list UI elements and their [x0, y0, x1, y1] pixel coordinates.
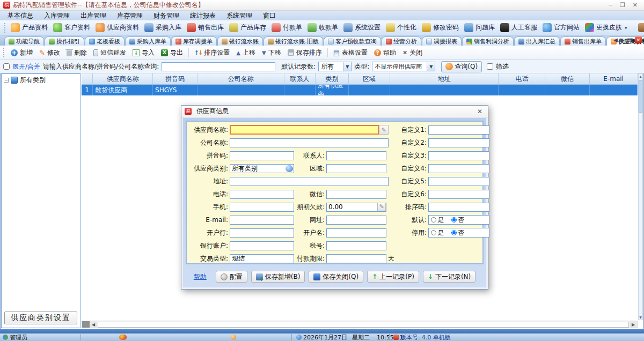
edit-button[interactable]: 修改 [36, 47, 63, 58]
custom6-input[interactable] [428, 190, 489, 199]
custom5-input[interactable] [428, 177, 489, 186]
horizontal-scrollbar[interactable]: ◀ ▶ [82, 321, 638, 328]
change-skin-dropdown-icon[interactable]: ▾ [625, 25, 627, 31]
export-button[interactable]: 导出 [158, 47, 186, 58]
vertical-scrollbar[interactable]: ▲ ▼ [638, 73, 643, 320]
trade-type-input[interactable] [230, 254, 294, 263]
menu-basic-info[interactable]: 基本信息 [2, 11, 39, 20]
toolbar-change-password[interactable]: 修改密码 [419, 21, 462, 34]
tab-purchase-order[interactable]: 采购入库单 [125, 36, 171, 46]
tab-sales-out-order[interactable]: 销售出库单 [560, 36, 606, 46]
tab-close-icon[interactable]: ✕ [635, 36, 642, 43]
bank-input[interactable] [230, 228, 294, 238]
wechat-input[interactable] [326, 190, 386, 199]
move-up-button[interactable]: 上移 [233, 47, 259, 58]
payment-term-input[interactable] [326, 254, 386, 263]
dialog-close-icon[interactable]: ✕ [475, 108, 485, 115]
add-button[interactable]: 新增 [8, 47, 36, 58]
scroll-right-icon[interactable]: ▶ [630, 321, 637, 328]
menu-finance[interactable]: 财务管理 [148, 11, 185, 20]
expand-collapse-checkbox[interactable] [3, 63, 10, 70]
records-select[interactable]: 所有▼ [318, 62, 352, 71]
toolbar-payment-slip[interactable]: 付款单 [269, 21, 305, 34]
col-company[interactable]: 公司名称 [197, 73, 284, 84]
horizontal-scroll-thumb[interactable] [98, 322, 629, 328]
toolbar-product-stock[interactable]: 产品库存 [226, 21, 269, 34]
pinyin-input[interactable] [230, 151, 294, 160]
toolbar-supplier-data[interactable]: 供应商资料 [93, 21, 142, 34]
col-wechat[interactable]: 微信 [545, 73, 590, 84]
toolbar-personalization[interactable]: 个性化 [383, 21, 419, 34]
opening-debt-pencil-icon[interactable] [377, 203, 386, 211]
col-region[interactable]: 区域 [349, 73, 390, 84]
screen-checkbox[interactable] [487, 63, 493, 70]
tab-operation-guide[interactable]: 操作指引 [45, 36, 84, 46]
tab-sales-profit-analysis[interactable]: 销售利润分析 [462, 36, 514, 46]
company-input[interactable] [230, 138, 389, 147]
menu-window[interactable]: 窗口 [258, 11, 281, 20]
close-button[interactable]: ✕ [633, 2, 638, 9]
sms-broadcast-button[interactable]: 短信群发 [90, 47, 129, 58]
close-view-button[interactable]: 关闭 [399, 47, 426, 58]
menu-inbound[interactable]: 入库管理 [39, 11, 75, 20]
minimize-button[interactable]: ─ [609, 2, 612, 9]
contact-input[interactable] [326, 151, 386, 160]
bank-account-input[interactable] [230, 241, 294, 250]
category-browse-icon[interactable] [286, 165, 293, 172]
toolbar-customer-service[interactable]: 人工客服 [497, 21, 540, 34]
col-email[interactable]: E-mail [590, 73, 638, 84]
dialog-help-link[interactable]: 帮助 [194, 272, 207, 281]
tab-boss-dashboard[interactable]: 老板看板 [85, 36, 125, 46]
tree-collapse-icon[interactable]: − [4, 78, 9, 83]
col-phone[interactable]: 电话 [499, 73, 545, 84]
import-button[interactable]: 导入 [129, 47, 158, 58]
vertical-scroll-thumb[interactable] [639, 80, 642, 113]
disabled-yes-radio[interactable]: 是 [431, 228, 444, 238]
tab-bank-flow-old[interactable]: 银行流水账-旧版 [264, 36, 323, 46]
default-yes-radio[interactable]: 是 [431, 216, 444, 225]
custom2-input[interactable] [428, 138, 489, 147]
prev-record-button[interactable]: 上一记录(P) [367, 271, 419, 283]
sort-settings-button[interactable]: 排序设置 [191, 47, 233, 58]
maximize-button[interactable]: ❐ [620, 2, 625, 9]
type-select[interactable]: 不显示停用供应商▼ [372, 62, 435, 71]
col-supplier-name[interactable]: 供应商名称 [93, 73, 153, 84]
sort-code-input[interactable] [428, 203, 489, 212]
scroll-left-icon[interactable]: ◀ [90, 321, 97, 328]
toolbar-system-settings[interactable]: 系统设置 [341, 21, 383, 34]
toolbar-exit-system[interactable]: 退出系统 [635, 21, 644, 34]
region-input[interactable] [326, 164, 386, 173]
scroll-up-icon[interactable]: ▲ [639, 75, 642, 78]
email-input[interactable] [230, 216, 294, 225]
tax-no-input[interactable] [326, 241, 386, 250]
tab-business-analysis[interactable]: 经营分析 [382, 36, 421, 46]
supplier-category-settings-button[interactable]: 供应商类别设置 [4, 312, 77, 324]
address-input[interactable] [230, 177, 389, 186]
tab-bank-flow[interactable]: 银行流水账 [217, 36, 263, 46]
tab-scroll-right-icon[interactable]: ▶ [620, 37, 625, 43]
next-record-button[interactable]: 下一记录(N) [423, 271, 475, 283]
tab-stock-transfer[interactable]: 库存调拨单 [171, 36, 217, 46]
query-button[interactable]: 查询(Q) [441, 61, 482, 72]
scroll-down-icon[interactable]: ▼ [639, 315, 642, 319]
move-down-button[interactable]: 下移 [259, 47, 284, 58]
custom1-input[interactable] [428, 125, 489, 135]
menu-statistics[interactable]: 统计报表 [185, 11, 221, 20]
toolbar-receipt-slip[interactable]: 收款单 [305, 21, 341, 34]
custom4-input[interactable] [428, 164, 489, 173]
toolbar-customer-data[interactable]: 客户资料 [50, 21, 93, 34]
tab-function-nav[interactable]: 功能导航 [4, 36, 44, 46]
help-button[interactable]: 帮助 [371, 47, 399, 58]
col-contact[interactable]: 联系人 [284, 73, 316, 84]
toolbar-purchase-in[interactable]: 采购入库 [142, 21, 184, 34]
phone-input[interactable] [230, 190, 294, 199]
disabled-no-radio[interactable]: 否 [451, 228, 464, 238]
save-new-button[interactable]: 保存新增(B) [251, 271, 305, 283]
toolbar-sales-out[interactable]: 销售出库 [184, 21, 226, 34]
tab-list-icon[interactable]: ▤ [627, 37, 632, 43]
col-category[interactable]: 类别 [316, 73, 349, 84]
toolbar-change-skin[interactable]: 更换皮肤▾ [582, 21, 630, 34]
default-no-radio[interactable]: 否 [451, 216, 464, 225]
table-row-selected[interactable]: 1 散货供应商 SHGYS 所有供应商 [82, 85, 638, 95]
tab-customer-prepay-query[interactable]: 客户预收款查询 [324, 36, 381, 46]
